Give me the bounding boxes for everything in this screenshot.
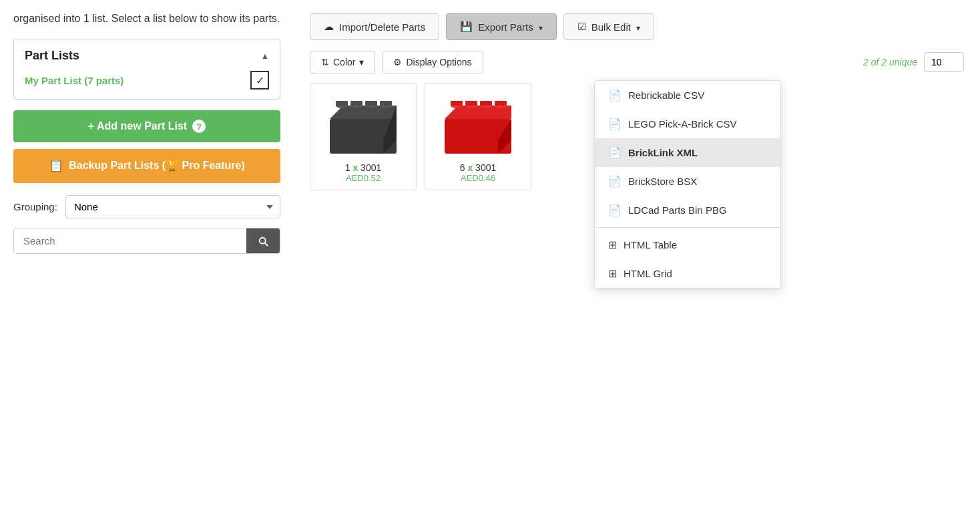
import-icon: ☁ (324, 21, 334, 33)
color-filter-button[interactable]: ⇅ Color ▾ (310, 51, 375, 73)
backup-icon: 📋 (49, 158, 63, 174)
backup-button[interactable]: 📋 Backup Part Lists (🏆 Pro Feature) (13, 149, 280, 183)
page-count-input[interactable] (924, 52, 964, 72)
add-part-list-button[interactable]: + Add new Part List ? (13, 110, 280, 142)
svg-rect-27 (465, 101, 477, 106)
grouping-label: Grouping: (13, 201, 57, 212)
export-dropdown-menu: 📄 Rebrickable CSV 📄 LEGO Pick-A-Brick CS… (594, 80, 781, 289)
part-image-red (438, 90, 518, 157)
part-card-2[interactable]: 6 x 3001 AED0.46 (425, 83, 531, 190)
search-button[interactable] (246, 228, 280, 253)
search-icon (257, 235, 269, 247)
gear-icon: ⚙ (393, 57, 402, 67)
part-qty-2: 6 x 3001 (432, 162, 524, 173)
ldcad-pbg-label: LDCad Parts Bin PBG (628, 204, 727, 216)
bulk-edit-caret (636, 21, 640, 33)
part-image-dark (323, 90, 403, 157)
display-options-label: Display Options (406, 57, 471, 67)
bulk-edit-button[interactable]: ☑ Bulk Edit (563, 13, 654, 40)
part-lists-header: Part Lists ▲ (25, 49, 269, 63)
part-qty-1: 1 x 3001 (317, 162, 409, 173)
bulk-edit-icon: ☑ (577, 21, 586, 33)
grouping-row: Grouping: None Color Category (13, 195, 280, 218)
file-icon-2: 📄 (608, 118, 622, 130)
search-row (13, 228, 280, 254)
svg-rect-26 (451, 101, 463, 106)
color-caret: ▾ (359, 57, 364, 67)
table-icon: ⊞ (608, 238, 617, 251)
html-table-label: HTML Table (624, 239, 677, 250)
export-bricklink-xml[interactable]: 📄 BrickLink XML (595, 138, 780, 167)
help-icon: ? (192, 120, 206, 133)
toolbar: ☁ Import/Delete Parts 💾 Export Parts ☑ B… (310, 13, 964, 40)
lego-csv-label: LEGO Pick-A-Brick CSV (628, 118, 737, 130)
export-rebrickable-csv[interactable]: 📄 Rebrickable CSV (595, 81, 780, 110)
import-label: Import/Delete Parts (339, 21, 425, 33)
svg-rect-12 (350, 101, 362, 106)
part-lists-box: Part Lists ▲ My Part List (7 parts) ✓ (13, 39, 280, 100)
bulk-edit-label: Bulk Edit (591, 21, 631, 33)
svg-rect-28 (480, 101, 492, 106)
color-filter-label: Color (333, 57, 355, 67)
part-card-1[interactable]: 1 x 3001 AED0.52 (310, 83, 417, 190)
grid-icon: ⊞ (608, 267, 617, 280)
export-parts-button[interactable]: 💾 Export Parts (446, 13, 557, 40)
file-icon-3: 📄 (608, 146, 622, 159)
file-icon-5: 📄 (608, 204, 622, 216)
dropdown-divider (595, 227, 780, 228)
svg-rect-14 (380, 101, 392, 106)
import-delete-button[interactable]: ☁ Import/Delete Parts (310, 13, 439, 40)
part-price-2: AED0.46 (432, 173, 524, 183)
file-icon: 📄 (608, 89, 622, 102)
bricklink-xml-label: BrickLink XML (628, 147, 698, 158)
svg-rect-13 (365, 101, 377, 106)
rebrickable-csv-label: Rebrickable CSV (628, 90, 704, 101)
intro-text: organised into 1 list. Select a list bel… (13, 11, 280, 27)
export-lego-csv[interactable]: 📄 LEGO Pick-A-Brick CSV (595, 110, 780, 138)
sidebar: organised into 1 list. Select a list bel… (0, 0, 294, 517)
display-options-button[interactable]: ⚙ Display Options (382, 51, 483, 73)
part-price-1: AED0.52 (317, 173, 409, 183)
brickstore-bsx-label: BrickStore BSX (628, 176, 697, 187)
add-part-list-label: + Add new Part List (88, 120, 187, 132)
export-html-table[interactable]: ⊞ HTML Table (595, 230, 780, 259)
part-lists-title: Part Lists (25, 49, 79, 63)
export-brickstore-bsx[interactable]: 📄 BrickStore BSX (595, 167, 780, 196)
filter-row: ⇅ Color ▾ ⚙ Display Options 2 of 2 uniqu… (310, 51, 964, 73)
export-label: Export Parts (478, 21, 533, 33)
export-html-grid[interactable]: ⊞ HTML Grid (595, 259, 780, 288)
grouping-select[interactable]: None Color Category (65, 195, 280, 218)
export-caret (539, 21, 543, 33)
search-input[interactable] (14, 228, 246, 253)
backup-label: Backup Part Lists (🏆 Pro Feature) (69, 159, 245, 173)
part-list-item[interactable]: My Part List (7 parts) ✓ (25, 71, 269, 90)
export-icon: 💾 (460, 21, 473, 33)
sort-icon: ⇅ (321, 57, 329, 67)
unique-count: 2 of 2 unique (863, 57, 917, 67)
part-list-item-label: My Part List (7 parts) (25, 75, 124, 86)
svg-rect-29 (495, 101, 507, 106)
html-grid-label: HTML Grid (624, 268, 672, 279)
svg-rect-11 (336, 101, 348, 106)
part-list-checkbox[interactable]: ✓ (250, 71, 269, 90)
collapse-icon[interactable]: ▲ (261, 51, 269, 61)
export-ldcad-pbg[interactable]: 📄 LDCad Parts Bin PBG (595, 196, 780, 224)
file-icon-4: 📄 (608, 175, 622, 188)
